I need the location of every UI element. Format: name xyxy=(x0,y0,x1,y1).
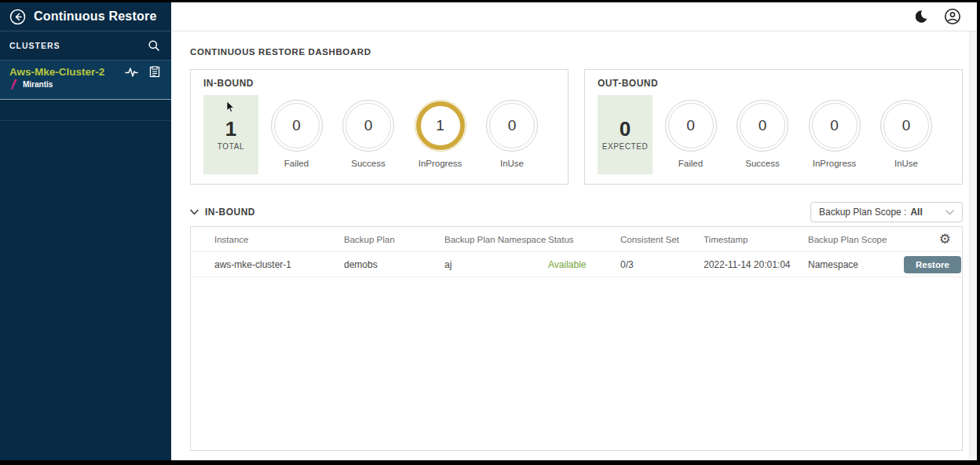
stat-label: Success xyxy=(745,159,779,168)
cluster-name: Aws-Mke-Cluster-2 xyxy=(9,66,104,78)
cell-backup-plan-scope: Namespace xyxy=(808,259,904,270)
col-header-backup-plan: Backup Plan xyxy=(344,235,444,244)
outbound-card: OUT-BOUND 0 EXPECTED 0 Failed 0 Success xyxy=(584,69,963,185)
outbound-expected-value: 0 xyxy=(620,119,631,139)
stat-label: Failed xyxy=(678,159,703,168)
stat-circle-highlighted: 1 xyxy=(415,100,466,152)
chevron-down-icon xyxy=(945,210,954,215)
stat-circle: 0 xyxy=(342,100,394,152)
inbound-total-box: 1 TOTAL xyxy=(203,95,258,174)
stat-value: 0 xyxy=(508,117,517,134)
cell-backup-plan-namespace: aj xyxy=(444,259,548,270)
report-notepad-icon[interactable] xyxy=(149,66,160,78)
inbound-total-value: 1 xyxy=(225,119,236,139)
cell-status: Available xyxy=(548,259,620,270)
stat-value: 0 xyxy=(686,117,695,134)
inbound-table: Instance Backup Plan Backup Plan Namespa… xyxy=(190,226,963,451)
sidebar-divider xyxy=(0,120,171,121)
stat-value: 0 xyxy=(759,117,767,134)
mouse-cursor xyxy=(226,101,235,116)
scope-select-text: Backup Plan Scope :All xyxy=(819,207,923,218)
outbound-stat-failed: 0 Failed xyxy=(657,95,725,168)
table-row[interactable]: aws-mke-cluster-1 demobs aj Available 0/… xyxy=(191,252,962,277)
main-content: CONTINUOUS RESTORE DASHBOARD IN-BOUND 1 … xyxy=(171,2,977,460)
stat-label: InUse xyxy=(894,159,918,168)
account-icon[interactable] xyxy=(944,8,961,25)
topbar xyxy=(171,2,977,31)
sidebar-title: Continuous Restore xyxy=(34,9,157,24)
col-header-status: Status xyxy=(548,235,620,244)
stat-circle: 0 xyxy=(665,100,717,152)
stat-circle: 0 xyxy=(737,100,788,152)
inbound-card: IN-BOUND 1 TOTAL 0 Failed 0 xyxy=(190,69,569,185)
stat-circle: 0 xyxy=(880,100,932,152)
app-window: Continuous Restore CLUSTERS Aws-Mke-Clus… xyxy=(0,2,977,460)
sidebar: Continuous Restore CLUSTERS Aws-Mke-Clus… xyxy=(0,2,171,460)
dark-mode-moon-icon[interactable] xyxy=(916,9,931,24)
scrollbar[interactable] xyxy=(969,31,977,460)
table-header-row: Instance Backup Plan Backup Plan Namespa… xyxy=(191,227,962,252)
clusters-label: CLUSTERS xyxy=(9,41,60,50)
col-header-backup-plan-scope: Backup Plan Scope xyxy=(808,235,904,244)
col-header-timestamp: Timestamp xyxy=(704,235,808,244)
stat-label: InProgress xyxy=(419,159,463,168)
stat-circle: 0 xyxy=(809,100,861,152)
inbound-table-section-bar: IN-BOUND Backup Plan Scope :All xyxy=(190,201,963,223)
inbound-total-label: TOTAL xyxy=(218,142,244,151)
search-icon[interactable] xyxy=(148,39,160,52)
stat-value: 1 xyxy=(436,117,444,134)
stat-value: 0 xyxy=(292,117,301,134)
col-header-consistent-set: Consistent Set xyxy=(620,235,704,244)
outbound-expected-box: 0 EXPECTED xyxy=(598,95,653,174)
stat-cards-row: IN-BOUND 1 TOTAL 0 Failed 0 xyxy=(190,69,963,185)
inbound-section-title: IN-BOUND xyxy=(205,207,255,218)
cell-consistent-set: 0/3 xyxy=(620,259,704,270)
cell-instance: aws-mke-cluster-1 xyxy=(214,259,344,270)
chevron-down-icon xyxy=(190,209,199,215)
stat-circle: 0 xyxy=(486,100,538,152)
col-header-instance: Instance xyxy=(214,235,344,244)
restore-button[interactable]: Restore xyxy=(904,256,961,273)
scope-filter-value: All xyxy=(910,207,922,218)
stat-circle: 0 xyxy=(271,100,323,152)
outbound-expected-label: EXPECTED xyxy=(602,142,649,151)
stat-label: Success xyxy=(351,159,385,168)
cell-backup-plan: demobs xyxy=(344,259,444,270)
inbound-stat-failed: 0 Failed xyxy=(263,95,331,168)
page-title: CONTINUOUS RESTORE DASHBOARD xyxy=(190,47,977,57)
clusters-section-header: CLUSTERS xyxy=(0,31,171,60)
stat-label: Failed xyxy=(284,159,309,168)
activity-pulse-icon[interactable] xyxy=(125,67,138,78)
inbound-stat-success: 0 Success xyxy=(335,95,402,168)
outbound-card-title: OUT-BOUND xyxy=(598,78,951,89)
col-header-backup-plan-namespace: Backup Plan Namespace xyxy=(444,235,548,244)
scope-filter-label: Backup Plan Scope : xyxy=(819,207,906,218)
sidebar-header: Continuous Restore xyxy=(0,2,171,31)
stat-label: InUse xyxy=(500,159,524,168)
sidebar-item-cluster[interactable]: Aws-Mke-Cluster-2 Mirantis xyxy=(0,60,171,100)
cell-timestamp: 2022-11-14 20:01:04 xyxy=(704,259,808,270)
stat-value: 0 xyxy=(364,117,373,134)
outbound-stat-inprogress: 0 InProgress xyxy=(801,95,868,168)
table-settings-gear-icon[interactable]: ⚙ xyxy=(939,233,951,246)
mirantis-logo-icon xyxy=(9,79,17,90)
inbound-stat-inprogress: 1 InProgress xyxy=(407,95,474,168)
cluster-vendor-label: Mirantis xyxy=(23,80,53,89)
stat-label: InProgress xyxy=(813,159,857,168)
stat-value: 0 xyxy=(902,117,911,134)
inbound-stat-inuse: 0 InUse xyxy=(478,95,546,168)
backup-plan-scope-select[interactable]: Backup Plan Scope :All xyxy=(810,202,963,222)
inbound-card-title: IN-BOUND xyxy=(203,78,557,89)
outbound-stat-inuse: 0 InUse xyxy=(872,95,940,168)
window-frame: Continuous Restore CLUSTERS Aws-Mke-Clus… xyxy=(0,0,980,465)
outbound-stat-success: 0 Success xyxy=(729,95,796,168)
back-icon[interactable] xyxy=(9,9,26,25)
stat-value: 0 xyxy=(830,117,839,134)
inbound-section-toggle[interactable]: IN-BOUND xyxy=(190,207,255,218)
